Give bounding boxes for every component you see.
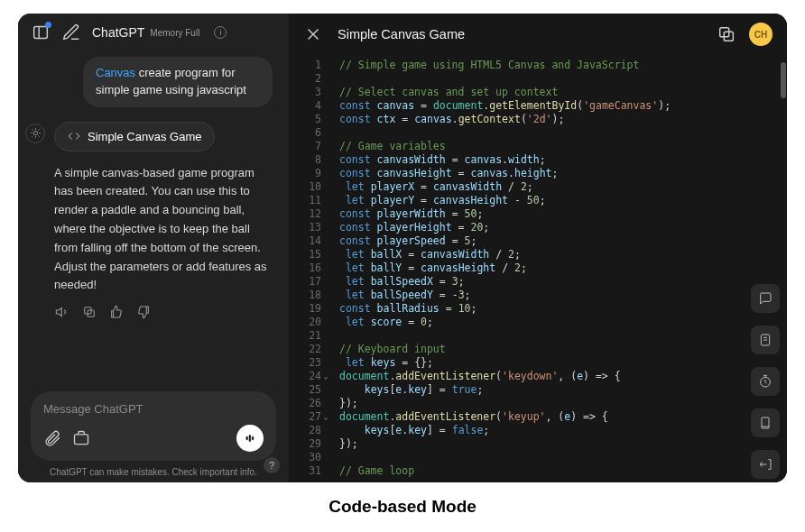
chat-title[interactable]: ChatGPT <box>92 25 144 40</box>
chat-panel: ChatGPT Memory Full i Canvas create prog… <box>18 14 289 482</box>
canvas-artifact-chip[interactable]: Simple Canvas Game <box>54 122 215 151</box>
close-canvas-icon[interactable] <box>303 24 323 44</box>
canvas-title: Simple Canvas Game <box>338 27 702 41</box>
assistant-avatar-icon <box>25 124 45 143</box>
svg-point-2 <box>33 132 37 135</box>
code-content: // Simple game using HTML5 Canvas and Ja… <box>328 59 787 482</box>
new-chat-icon[interactable] <box>61 23 81 42</box>
line-gutter: 123456789101112131415161718192021222324⌄… <box>289 59 328 482</box>
composer-wrap: Message ChatGPT <box>18 384 289 464</box>
memory-badge: Memory Full <box>150 28 199 38</box>
expand-tool-icon[interactable] <box>751 450 780 479</box>
canvas-panel: Simple Canvas Game CH 123456789101112131… <box>289 14 787 482</box>
user-message: Canvas create program for simple game us… <box>83 57 273 107</box>
info-icon[interactable]: i <box>214 26 227 39</box>
user-message-row: Canvas create program for simple game us… <box>34 57 273 107</box>
code-editor[interactable]: 123456789101112131415161718192021222324⌄… <box>289 55 787 482</box>
svg-rect-6 <box>75 435 88 445</box>
composer-left <box>43 429 90 447</box>
message-actions <box>54 304 273 320</box>
app-window: ChatGPT Memory Full i Canvas create prog… <box>18 14 787 482</box>
canvas-chip-label: Simple Canvas Game <box>88 130 201 143</box>
scrollbar[interactable] <box>781 62 786 98</box>
floating-tool-rail <box>751 284 780 479</box>
notification-dot <box>45 22 51 28</box>
copy-code-icon[interactable] <box>717 24 736 44</box>
save-tool-icon[interactable] <box>751 408 780 437</box>
help-button[interactable]: ? <box>264 457 280 473</box>
voice-send-button[interactable] <box>236 425 264 452</box>
svg-rect-0 <box>34 27 48 39</box>
assistant-row: Simple Canvas Game A simple canvas-based… <box>34 122 273 321</box>
composer[interactable]: Message ChatGPT <box>31 391 276 461</box>
svg-rect-9 <box>252 436 253 440</box>
svg-rect-8 <box>249 436 250 442</box>
copy-icon[interactable] <box>81 304 97 320</box>
history-tool-icon[interactable] <box>751 367 780 396</box>
thumbs-down-icon[interactable] <box>135 304 152 320</box>
svg-rect-7 <box>246 436 247 440</box>
assistant-message: A simple canvas-based game program has b… <box>54 164 273 296</box>
tools-icon[interactable] <box>72 429 90 447</box>
figure-caption: Code-based Mode <box>328 497 477 517</box>
sidebar-toggle-icon[interactable] <box>31 23 51 42</box>
read-aloud-icon[interactable] <box>54 304 70 320</box>
edit-tool-icon[interactable] <box>751 326 780 354</box>
composer-row <box>43 425 264 452</box>
comment-tool-icon[interactable] <box>751 284 780 313</box>
attach-icon[interactable] <box>43 429 61 447</box>
user-msg-highlight: Canvas <box>96 66 135 79</box>
svg-marker-3 <box>56 308 61 316</box>
code-icon <box>68 130 80 142</box>
thumbs-up-icon[interactable] <box>108 304 125 320</box>
canvas-header: Simple Canvas Game CH <box>289 14 787 55</box>
user-avatar[interactable]: CH <box>749 23 773 46</box>
assistant-content: Simple Canvas Game A simple canvas-based… <box>54 122 273 321</box>
chat-body: Canvas create program for simple game us… <box>18 48 289 384</box>
disclaimer: ChatGPT can make mistakes. Check importa… <box>18 464 289 482</box>
chat-header: ChatGPT Memory Full i <box>18 14 289 48</box>
canvas-header-right: CH <box>717 23 773 46</box>
composer-input[interactable]: Message ChatGPT <box>43 400 264 417</box>
